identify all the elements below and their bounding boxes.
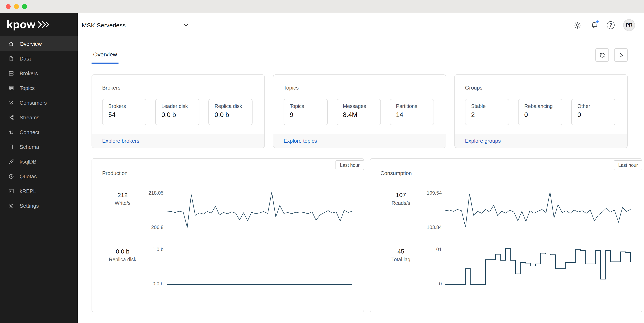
stat-label: Replica disk [214, 103, 246, 109]
home-icon [8, 41, 14, 47]
stat-label: Other [578, 103, 609, 109]
pie-chart-icon [8, 173, 14, 179]
metric-value: 212 [102, 191, 143, 198]
replica-disk-chart-group: 0.0 b Replica disk 1.0 b 0.0 b [102, 247, 353, 286]
gear-icon [8, 203, 14, 209]
time-range-badge[interactable]: Last hour [614, 160, 642, 170]
macos-titlebar [0, 0, 644, 13]
avatar-initials: PR [626, 22, 632, 28]
notifications-button[interactable] [590, 21, 598, 29]
stat-label: Partitions [396, 103, 428, 109]
sidebar-item-label: Streams [20, 114, 40, 120]
replica-disk-sparkline-chart [167, 247, 353, 286]
metric-value: 107 [380, 191, 421, 198]
explore-brokers-link[interactable]: Explore brokers [102, 138, 139, 144]
sidebar-item-brokers[interactable]: Brokers [0, 66, 78, 81]
refresh-button[interactable] [595, 48, 609, 62]
explore-groups-link[interactable]: Explore groups [465, 138, 501, 144]
run-button[interactable] [614, 48, 628, 62]
sidebar-item-settings[interactable]: Settings [0, 198, 78, 213]
metric-label: Replica disk [102, 257, 143, 262]
cluster-selector[interactable]: MSK Serverless [82, 22, 189, 29]
stat-value: 8.4M [343, 111, 375, 119]
card-title: Topics [273, 75, 446, 91]
sidebar: kpow Overview Data Brokers Top [0, 13, 78, 323]
avatar[interactable]: PR [623, 19, 635, 31]
metric-label: Total lag [380, 257, 421, 262]
stat-label: Brokers [108, 103, 140, 109]
writes-sparkline-chart [167, 191, 353, 230]
axis-max-label: 101 [434, 247, 442, 252]
window-close-button[interactable] [6, 4, 10, 9]
stat-replica-disk: Replica disk 0.0 b [208, 99, 252, 125]
sidebar-item-label: Overview [20, 41, 42, 47]
groups-card: Groups Stable 2 Rebalancing 0 Ot [454, 74, 628, 148]
kpow-logo: kpow [0, 13, 78, 36]
stat-topics: Topics 9 [284, 99, 328, 125]
stat-value: 0 [578, 111, 609, 119]
logo-chevrons-icon [37, 21, 50, 29]
window-minimize-button[interactable] [14, 4, 19, 9]
explore-topics-link[interactable]: Explore topics [284, 138, 317, 144]
stat-rebalancing: Rebalancing 0 [518, 99, 562, 125]
sidebar-item-label: Quotas [20, 173, 37, 179]
sidebar-item-label: ksqlDB [20, 158, 36, 165]
tab-overview[interactable]: Overview [92, 51, 119, 64]
metric-value: 45 [380, 248, 421, 255]
consumption-card: Last hour Consumption 107 Reads/s 109.54… [370, 158, 642, 312]
question-mark-icon: ? [609, 23, 612, 27]
stat-value: 0.0 b [162, 111, 193, 119]
sidebar-item-topics[interactable]: Topics [0, 81, 78, 95]
sidebar-item-streams[interactable]: Streams [0, 110, 78, 125]
stat-stable: Stable 2 [465, 99, 509, 125]
stat-label: Leader disk [162, 103, 193, 109]
stat-label: Messages [343, 103, 375, 109]
stat-leader-disk: Leader disk 0.0 b [155, 99, 200, 125]
sidebar-item-ksqldb[interactable]: ksqlDB [0, 154, 78, 169]
sidebar-item-label: Brokers [20, 70, 38, 76]
main-content: Overview Brokers [78, 37, 644, 323]
stat-value: 14 [396, 111, 428, 119]
metric-value: 0.0 b [102, 248, 143, 255]
topics-card: Topics Topics 9 Messages 8.4M Pa [273, 74, 446, 148]
stat-label: Topics [290, 103, 322, 109]
sidebar-item-quotas[interactable]: Quotas [0, 169, 78, 184]
play-icon [618, 52, 624, 58]
chevron-down-icon [184, 23, 189, 27]
sidebar-item-label: Consumers [20, 100, 47, 106]
theme-toggle-button[interactable] [573, 21, 582, 29]
rocket-icon [8, 158, 14, 165]
sidebar-item-label: Settings [20, 203, 39, 209]
sun-icon [574, 21, 581, 29]
sidebar-item-data[interactable]: Data [0, 51, 78, 66]
sidebar-item-krepl[interactable]: kREPL [0, 184, 78, 198]
axis-max-label: 218.05 [148, 191, 164, 195]
chart-cards-row: Last hour Production 212 Write/s 218.05 … [92, 158, 628, 312]
stat-value: 0.0 b [214, 111, 246, 119]
sidebar-item-connect[interactable]: Connect [0, 125, 78, 139]
document-icon [8, 55, 14, 62]
window-zoom-button[interactable] [22, 4, 27, 9]
server-icon [8, 70, 14, 76]
app-window: kpow Overview Data Brokers Top [0, 0, 644, 323]
stat-label: Stable [471, 103, 503, 109]
sidebar-item-overview[interactable]: Overview [0, 36, 78, 51]
terminal-icon [8, 188, 14, 194]
sidebar-item-consumers[interactable]: Consumers [0, 95, 78, 110]
double-chevron-down-icon [8, 100, 14, 106]
notification-dot [596, 20, 599, 23]
swap-arrows-icon [8, 129, 14, 135]
time-range-badge[interactable]: Last hour [336, 160, 364, 170]
stat-value: 2 [471, 111, 503, 119]
sidebar-item-label: Data [20, 55, 31, 62]
sidebar-item-label: Topics [20, 85, 35, 91]
sidebar-item-schema[interactable]: Schema [0, 139, 78, 154]
help-button[interactable]: ? [607, 21, 614, 29]
metric-label: Write/s [102, 200, 143, 206]
top-header: MSK Serverless ? PR [78, 13, 644, 37]
axis-min-label: 0.0 b [152, 281, 164, 286]
production-card: Last hour Production 212 Write/s 218.05 … [92, 158, 364, 312]
card-title: Brokers [92, 75, 264, 91]
axis-min-label: 206.8 [151, 225, 164, 230]
axis-max-label: 1.0 b [152, 247, 164, 252]
